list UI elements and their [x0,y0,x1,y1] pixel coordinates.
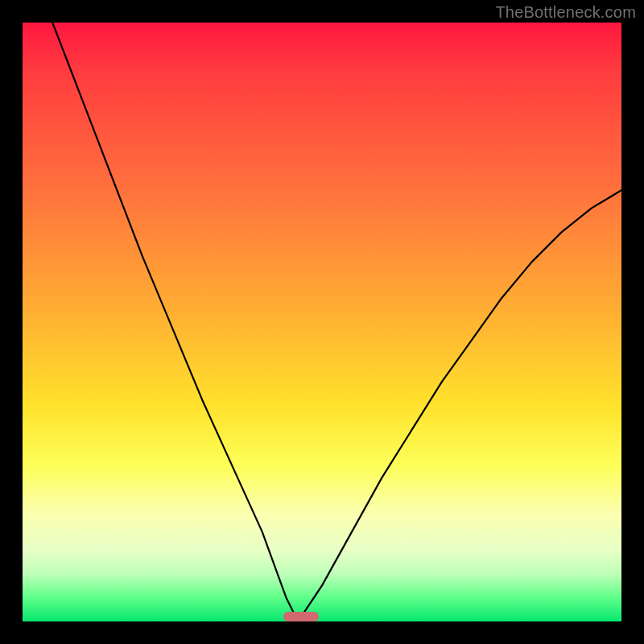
curve-left-branch [52,23,298,621]
chart-frame: TheBottleneck.com [0,0,644,644]
optimal-marker [283,612,320,621]
curve-layer [23,23,621,621]
watermark-text: TheBottleneck.com [495,3,636,22]
curve-right-branch [298,190,621,621]
